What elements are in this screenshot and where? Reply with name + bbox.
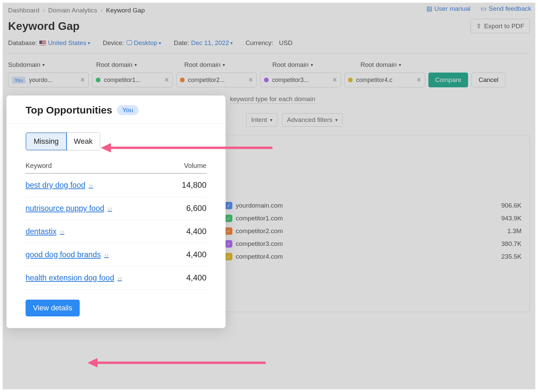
remove-chip-icon[interactable]: ✕: [80, 76, 85, 84]
breadcrumb-analytics[interactable]: Domain Analytics: [48, 7, 97, 14]
remove-chip-icon[interactable]: ✕: [416, 76, 421, 84]
keyword-link[interactable]: health extension dog food››: [26, 273, 122, 282]
volume-value: 14,800: [182, 180, 206, 190]
chevron-down-icon: ▾: [399, 62, 401, 68]
svg-marker-3: [87, 358, 98, 367]
export-pdf-button[interactable]: ⇪ Export to PDF: [470, 19, 530, 33]
remove-chip-icon[interactable]: ✕: [164, 76, 169, 84]
legend-check-icon[interactable]: ✓: [225, 240, 232, 248]
chevron-right-icon: ›: [43, 7, 45, 14]
intent-filter[interactable]: Intent ▾: [246, 113, 277, 127]
breadcrumb-dashboard[interactable]: Dashboard: [8, 7, 39, 14]
domain-chip-3[interactable]: competitor3...✕: [260, 73, 341, 87]
chevrons-right-icon: ››: [60, 228, 64, 235]
volume-value: 4,400: [186, 273, 206, 282]
breadcrumb-current: Keyword Gap: [106, 7, 145, 14]
legend-row: ✓competitor1.com943.9K: [225, 212, 522, 225]
speech-icon: ▭: [481, 5, 487, 12]
volume-value: 4,400: [186, 250, 206, 259]
remove-chip-icon[interactable]: ✕: [248, 76, 253, 84]
you-pill: You: [117, 105, 139, 115]
legend-row: ✓competitor4.com235.5K: [225, 250, 522, 263]
meta-device-label: Device:: [103, 39, 124, 47]
legend-check-icon[interactable]: ✓: [225, 202, 232, 209]
chevrons-right-icon: ››: [117, 274, 122, 282]
meta-database-value[interactable]: United States ▾: [48, 39, 90, 47]
chevrons-right-icon: ››: [104, 251, 109, 259]
domain-type-5[interactable]: Root domain ▾: [360, 61, 441, 69]
link-send-feedback[interactable]: ▭Send feedback: [481, 5, 531, 12]
tab-missing[interactable]: Missing: [26, 132, 67, 150]
meta-date-label: Date:: [174, 39, 189, 47]
domain-type-1[interactable]: Subdomain ▾: [8, 61, 89, 69]
legend-row: ✓competitor3.com380.7K: [225, 237, 522, 250]
domain-type-labels: Subdomain ▾ Root domain ▾ Root domain ▾ …: [8, 61, 530, 69]
meta-currency-label: Currency:: [245, 39, 273, 47]
remove-chip-icon[interactable]: ✕: [332, 76, 337, 84]
chevron-down-icon: ▾: [88, 40, 90, 46]
card-title: Top Opportunities: [26, 104, 112, 116]
legend-row: ✓competitor2.com1.3M: [225, 225, 522, 237]
chevron-right-icon: ›: [101, 7, 103, 14]
keyword-link[interactable]: good dog food brands››: [26, 250, 109, 259]
legend-check-icon[interactable]: ✓: [225, 227, 232, 235]
legend-check-icon[interactable]: ✓: [225, 215, 232, 222]
domain-chip-2[interactable]: competitor2...✕: [176, 73, 257, 87]
color-dot-icon: [96, 78, 101, 82]
volume-value: 4,400: [186, 227, 206, 236]
chevron-down-icon: ▾: [223, 62, 225, 68]
chevron-down-icon: ▾: [42, 62, 45, 68]
keyword-link[interactable]: dentastix››: [26, 227, 64, 236]
meta-device-value[interactable]: 🖵 Desktop ▾: [126, 39, 161, 47]
page-title: Keyword Gap: [8, 20, 80, 33]
domain-type-2[interactable]: Root domain ▾: [96, 61, 177, 69]
domain-type-3[interactable]: Root domain ▾: [184, 61, 265, 69]
advanced-filters[interactable]: Advanced filters ▾: [282, 113, 343, 127]
chevron-down-icon: ▾: [159, 40, 161, 46]
chevrons-right-icon: ››: [108, 205, 112, 212]
domain-chip-you[interactable]: Youyourdo...✕: [8, 73, 89, 87]
domain-chip-1[interactable]: competitor1...✕: [92, 73, 173, 87]
th-keyword: Keyword: [26, 162, 52, 170]
legend-check-icon[interactable]: ✓: [225, 253, 232, 260]
meta-currency-value: USD: [279, 39, 293, 47]
keyword-type-link[interactable]: keyword type for each domain: [230, 95, 315, 104]
table-row: good dog food brands››4,400: [26, 243, 206, 266]
chevron-down-icon: ▾: [230, 40, 233, 46]
view-details-button[interactable]: View details: [26, 300, 80, 316]
th-volume: Volume: [184, 162, 206, 170]
meta-date-value[interactable]: Dec 11, 2022 ▾: [191, 39, 233, 47]
chevron-down-icon: ▾: [335, 117, 338, 123]
keyword-link[interactable]: best dry dog food››: [26, 181, 93, 190]
table-row: health extension dog food››4,400: [26, 266, 206, 290]
upload-icon: ⇪: [476, 22, 482, 30]
tab-weak[interactable]: Weak: [67, 133, 100, 150]
top-opportunities-card: Top Opportunities You Missing Weak Keywo…: [7, 96, 225, 328]
legend-row: ✓yourdomain.com906.6K: [225, 199, 522, 212]
cancel-button[interactable]: Cancel: [471, 73, 505, 87]
chevron-down-icon: ▾: [270, 117, 272, 123]
domain-chip-4[interactable]: competitor4.c✕: [344, 73, 425, 87]
chevron-down-icon: ▾: [311, 62, 313, 68]
table-row: best dry dog food››14,800: [26, 174, 206, 197]
flag-us-icon: [39, 41, 46, 45]
color-dot-icon: [180, 78, 185, 82]
color-dot-icon: [264, 78, 269, 82]
table-row: nutrisource puppy food››6,600: [26, 197, 206, 220]
compare-button[interactable]: Compare: [428, 73, 468, 87]
link-user-manual[interactable]: ▤User manual: [426, 5, 471, 12]
tab-group: Missing Weak: [26, 132, 100, 150]
annotation-arrow-icon: [87, 356, 269, 369]
book-icon: ▤: [426, 5, 432, 12]
table-row: dentastix››4,400: [26, 220, 206, 243]
chevrons-right-icon: ››: [89, 181, 93, 189]
volume-value: 6,600: [186, 204, 206, 213]
chevron-down-icon: ▾: [134, 62, 137, 68]
you-badge: You: [12, 77, 26, 84]
meta-database-label: Database:: [8, 39, 37, 47]
overlap-legend: ✓yourdomain.com906.6K ✓competitor1.com94…: [225, 199, 522, 263]
color-dot-icon: [348, 78, 353, 82]
keyword-link[interactable]: nutrisource puppy food››: [26, 204, 112, 213]
domain-type-4[interactable]: Root domain ▾: [272, 61, 353, 69]
desktop-icon: 🖵: [126, 39, 132, 47]
